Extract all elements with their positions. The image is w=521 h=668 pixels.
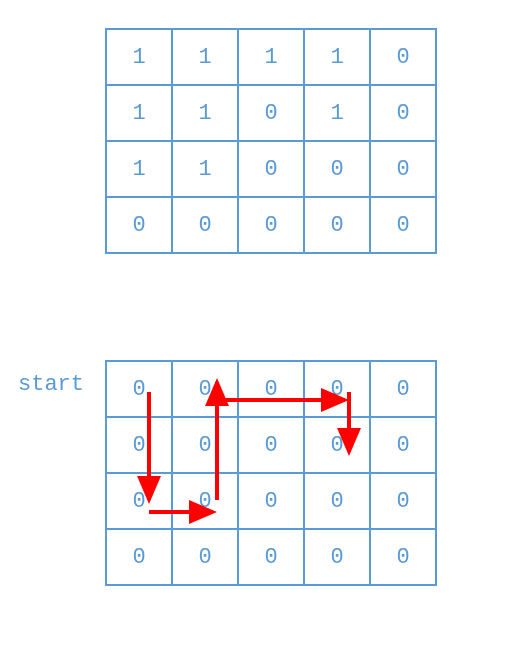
- cell: 1: [172, 29, 238, 85]
- cell: 0: [370, 529, 436, 585]
- start-label: start: [18, 372, 84, 397]
- cell: 0: [238, 529, 304, 585]
- cell: 0: [304, 361, 370, 417]
- cell: 0: [172, 361, 238, 417]
- cell: 0: [106, 197, 172, 253]
- cell: 0: [172, 529, 238, 585]
- cell: 0: [304, 473, 370, 529]
- cell: 0: [370, 29, 436, 85]
- cell: 0: [304, 197, 370, 253]
- cell: 1: [106, 141, 172, 197]
- grid-top: 1 1 1 1 0 1 1 0 1 0 1 1 0 0 0 0 0 0 0 0: [105, 28, 437, 254]
- cell: 0: [238, 417, 304, 473]
- cell: 1: [238, 29, 304, 85]
- cell: 1: [106, 85, 172, 141]
- cell: 0: [238, 361, 304, 417]
- cell: 0: [370, 417, 436, 473]
- cell: 0: [106, 417, 172, 473]
- table-row: 0 0 0 0 0: [106, 417, 436, 473]
- cell: 0: [172, 417, 238, 473]
- cell: 0: [304, 529, 370, 585]
- cell: 0: [106, 361, 172, 417]
- cell: 1: [106, 29, 172, 85]
- table-row: 1 1 0 0 0: [106, 141, 436, 197]
- cell: 0: [238, 197, 304, 253]
- cell: 0: [370, 197, 436, 253]
- cell: 0: [172, 197, 238, 253]
- cell: 0: [106, 473, 172, 529]
- cell: 1: [304, 29, 370, 85]
- table-row: 1 1 0 1 0: [106, 85, 436, 141]
- cell: 1: [304, 85, 370, 141]
- cell: 0: [304, 141, 370, 197]
- grid-bottom: 0 0 0 0 0 0 0 0 0 0 0 0 0 0 0 0 0 0 0 0: [105, 360, 437, 586]
- cell: 0: [238, 85, 304, 141]
- cell: 0: [370, 473, 436, 529]
- cell: 0: [370, 361, 436, 417]
- table-row: 1 1 1 1 0: [106, 29, 436, 85]
- table-row: 0 0 0 0 0: [106, 473, 436, 529]
- cell: 0: [238, 473, 304, 529]
- cell: 0: [370, 141, 436, 197]
- cell: 1: [172, 85, 238, 141]
- table-row: 0 0 0 0 0: [106, 197, 436, 253]
- cell: 0: [370, 85, 436, 141]
- cell: 1: [172, 141, 238, 197]
- cell: 0: [172, 473, 238, 529]
- table-row: 0 0 0 0 0: [106, 529, 436, 585]
- cell: 0: [238, 141, 304, 197]
- cell: 0: [304, 417, 370, 473]
- table-row: 0 0 0 0 0: [106, 361, 436, 417]
- cell: 0: [106, 529, 172, 585]
